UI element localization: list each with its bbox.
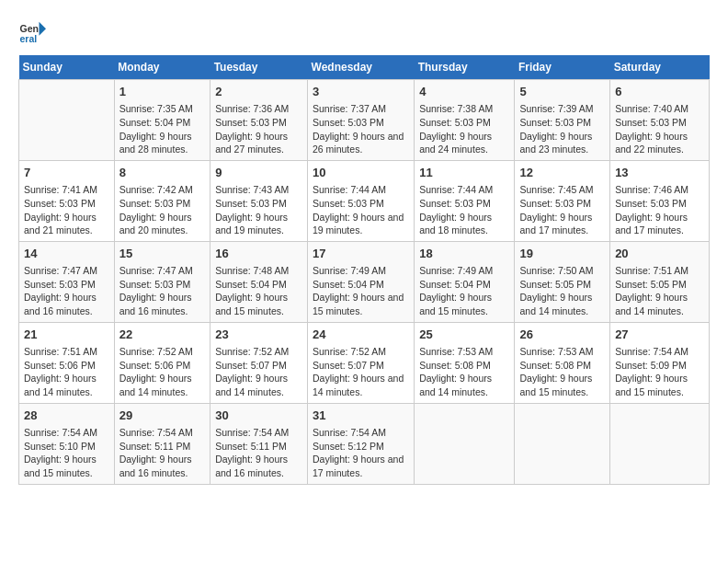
calendar-cell: 7 Sunrise: 7:41 AM Sunset: 5:03 PM Dayli… — [19, 160, 115, 241]
daylight: Daylight: 9 hours and 19 minutes. — [313, 212, 404, 236]
daylight: Daylight: 9 hours and 14 minutes. — [24, 373, 97, 397]
calendar-cell: 2 Sunrise: 7:36 AM Sunset: 5:03 PM Dayli… — [210, 80, 308, 161]
sunrise: Sunrise: 7:54 AM — [24, 427, 97, 438]
calendar-cell: 19 Sunrise: 7:50 AM Sunset: 5:05 PM Dayl… — [515, 241, 610, 322]
sunset: Sunset: 5:04 PM — [119, 117, 191, 128]
weekday-header: Thursday — [415, 55, 515, 80]
calendar-week-row: 28 Sunrise: 7:54 AM Sunset: 5:10 PM Dayl… — [19, 403, 710, 484]
calendar-week-row: 7 Sunrise: 7:41 AM Sunset: 5:03 PM Dayli… — [19, 160, 710, 241]
day-number: 5 — [519, 84, 605, 100]
daylight: Daylight: 9 hours and 15 minutes. — [419, 292, 492, 316]
sunrise: Sunrise: 7:54 AM — [615, 346, 688, 357]
daylight: Daylight: 9 hours and 17 minutes. — [519, 212, 592, 236]
day-number: 28 — [24, 408, 109, 424]
daylight: Daylight: 9 hours and 17 minutes. — [313, 454, 404, 478]
cell-info: Sunrise: 7:52 AM Sunset: 5:07 PM Dayligh… — [215, 345, 302, 399]
cell-info: Sunrise: 7:51 AM Sunset: 5:06 PM Dayligh… — [24, 345, 109, 399]
daylight: Daylight: 9 hours and 14 minutes. — [519, 292, 592, 316]
day-number: 22 — [119, 327, 206, 343]
daylight: Daylight: 9 hours and 24 minutes. — [419, 131, 492, 155]
cell-info: Sunrise: 7:37 AM Sunset: 5:03 PM Dayligh… — [313, 102, 409, 156]
calendar-cell: 8 Sunrise: 7:42 AM Sunset: 5:03 PM Dayli… — [114, 160, 210, 241]
sunset: Sunset: 5:08 PM — [519, 360, 591, 371]
day-number: 7 — [24, 165, 109, 181]
sunset: Sunset: 5:10 PM — [24, 441, 96, 452]
sunset: Sunset: 5:03 PM — [24, 198, 96, 209]
calendar-cell: 16 Sunrise: 7:48 AM Sunset: 5:04 PM Dayl… — [210, 241, 308, 322]
cell-info: Sunrise: 7:44 AM Sunset: 5:03 PM Dayligh… — [313, 183, 409, 237]
cell-info: Sunrise: 7:54 AM Sunset: 5:11 PM Dayligh… — [119, 426, 206, 480]
daylight: Daylight: 9 hours and 28 minutes. — [119, 131, 192, 155]
sunset: Sunset: 5:05 PM — [615, 279, 687, 290]
sunrise: Sunrise: 7:53 AM — [519, 346, 593, 357]
sunset: Sunset: 5:03 PM — [615, 117, 687, 128]
day-number: 25 — [419, 327, 509, 343]
daylight: Daylight: 9 hours and 16 minutes. — [215, 454, 288, 478]
day-number: 11 — [419, 165, 509, 181]
sunset: Sunset: 5:03 PM — [119, 279, 191, 290]
sunset: Sunset: 5:06 PM — [119, 360, 191, 371]
day-number: 31 — [313, 408, 409, 424]
sunrise: Sunrise: 7:52 AM — [119, 346, 193, 357]
sunset: Sunset: 5:05 PM — [519, 279, 591, 290]
day-number: 30 — [215, 408, 302, 424]
calendar-cell: 5 Sunrise: 7:39 AM Sunset: 5:03 PM Dayli… — [515, 80, 610, 161]
calendar-cell: 26 Sunrise: 7:53 AM Sunset: 5:08 PM Dayl… — [515, 322, 610, 403]
day-number: 29 — [119, 408, 206, 424]
calendar-cell: 22 Sunrise: 7:52 AM Sunset: 5:06 PM Dayl… — [114, 322, 210, 403]
calendar-cell: 11 Sunrise: 7:44 AM Sunset: 5:03 PM Dayl… — [415, 160, 515, 241]
day-number: 4 — [419, 84, 509, 100]
sunset: Sunset: 5:04 PM — [419, 279, 491, 290]
daylight: Daylight: 9 hours and 15 minutes. — [313, 292, 404, 316]
daylight: Daylight: 9 hours and 23 minutes. — [519, 131, 592, 155]
sunrise: Sunrise: 7:42 AM — [119, 184, 193, 195]
day-number: 24 — [313, 327, 409, 343]
cell-info: Sunrise: 7:40 AM Sunset: 5:03 PM Dayligh… — [615, 102, 704, 156]
day-number: 10 — [313, 165, 409, 181]
calendar-cell: 1 Sunrise: 7:35 AM Sunset: 5:04 PM Dayli… — [114, 80, 210, 161]
weekday-header: Monday — [114, 55, 210, 80]
daylight: Daylight: 9 hours and 17 minutes. — [615, 212, 688, 236]
calendar-cell: 20 Sunrise: 7:51 AM Sunset: 5:05 PM Dayl… — [610, 241, 710, 322]
sunset: Sunset: 5:03 PM — [419, 198, 491, 209]
sunrise: Sunrise: 7:46 AM — [615, 184, 688, 195]
sunrise: Sunrise: 7:48 AM — [215, 265, 289, 276]
sunrise: Sunrise: 7:43 AM — [215, 184, 289, 195]
calendar-cell: 12 Sunrise: 7:45 AM Sunset: 5:03 PM Dayl… — [515, 160, 610, 241]
sunset: Sunset: 5:07 PM — [313, 360, 384, 371]
sunset: Sunset: 5:07 PM — [215, 360, 287, 371]
sunset: Sunset: 5:03 PM — [215, 198, 287, 209]
calendar-cell: 3 Sunrise: 7:37 AM Sunset: 5:03 PM Dayli… — [308, 80, 415, 161]
sunset: Sunset: 5:11 PM — [215, 441, 287, 452]
day-number: 27 — [615, 327, 704, 343]
sunrise: Sunrise: 7:51 AM — [615, 265, 688, 276]
cell-info: Sunrise: 7:39 AM Sunset: 5:03 PM Dayligh… — [519, 102, 605, 156]
calendar-cell: 15 Sunrise: 7:47 AM Sunset: 5:03 PM Dayl… — [114, 241, 210, 322]
cell-info: Sunrise: 7:53 AM Sunset: 5:08 PM Dayligh… — [419, 345, 509, 399]
sunrise: Sunrise: 7:51 AM — [24, 346, 97, 357]
daylight: Daylight: 9 hours and 16 minutes. — [24, 292, 97, 316]
cell-info: Sunrise: 7:49 AM Sunset: 5:04 PM Dayligh… — [313, 264, 409, 318]
calendar-week-row: 21 Sunrise: 7:51 AM Sunset: 5:06 PM Dayl… — [19, 322, 710, 403]
day-number: 26 — [519, 327, 605, 343]
calendar-cell: 24 Sunrise: 7:52 AM Sunset: 5:07 PM Dayl… — [308, 322, 415, 403]
sunrise: Sunrise: 7:49 AM — [313, 265, 386, 276]
sunset: Sunset: 5:03 PM — [313, 198, 384, 209]
day-number: 13 — [615, 165, 704, 181]
day-number: 9 — [215, 165, 302, 181]
cell-info: Sunrise: 7:48 AM Sunset: 5:04 PM Dayligh… — [215, 264, 302, 318]
sunset: Sunset: 5:03 PM — [519, 117, 591, 128]
calendar-cell — [19, 80, 115, 161]
svg-marker-2 — [40, 22, 47, 36]
cell-info: Sunrise: 7:54 AM Sunset: 5:12 PM Dayligh… — [313, 426, 409, 480]
weekday-header: Friday — [515, 55, 610, 80]
cell-info: Sunrise: 7:51 AM Sunset: 5:05 PM Dayligh… — [615, 264, 704, 318]
calendar-cell: 17 Sunrise: 7:49 AM Sunset: 5:04 PM Dayl… — [308, 241, 415, 322]
sunrise: Sunrise: 7:37 AM — [313, 103, 386, 114]
cell-info: Sunrise: 7:54 AM Sunset: 5:10 PM Dayligh… — [24, 426, 109, 480]
day-number: 17 — [313, 246, 409, 262]
day-number: 12 — [519, 165, 605, 181]
day-number: 1 — [119, 84, 206, 100]
sunrise: Sunrise: 7:47 AM — [24, 265, 97, 276]
day-number: 8 — [119, 165, 206, 181]
